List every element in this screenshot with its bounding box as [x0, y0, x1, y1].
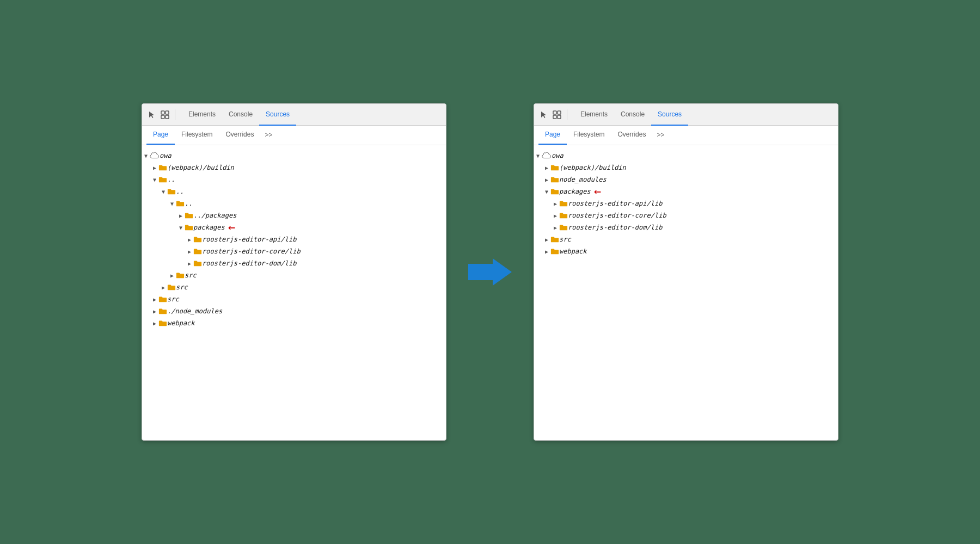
tree-item-core-left[interactable]: roosterjs-editor-core/lib: [142, 245, 446, 257]
arrow-node-modules-right: [543, 176, 550, 183]
arrow-dom-left: [186, 259, 193, 267]
label-webpack-buildin-left: (webpack)/buildin: [167, 164, 234, 171]
label-api-left: roosterjs-editor-api/lib: [202, 236, 296, 243]
label-owa-right: owa: [552, 152, 564, 159]
label-src3-left: src: [185, 271, 197, 279]
tree-item-packages-right[interactable]: packages ←: [534, 186, 838, 197]
right-panel-tabs: Page Filesystem Overrides >>: [534, 126, 838, 145]
tree-item-webpack-right[interactable]: webpack: [534, 245, 838, 257]
label-packages-right: packages: [559, 188, 591, 195]
label-dotdot-packages-left: ../packages: [193, 212, 236, 219]
right-toolbar-tabs: Elements Console Sources: [574, 104, 688, 126]
tree-item-src2-left[interactable]: src: [142, 281, 446, 293]
tree-item-webpack-buildin-right[interactable]: (webpack)/buildin: [534, 162, 838, 174]
right-file-tree: owa (webpack)/buildin node_modules: [534, 145, 838, 262]
tab-console-left[interactable]: Console: [222, 104, 259, 126]
main-container: Elements Console Sources Page Filesystem…: [142, 103, 838, 441]
tab-elements-left[interactable]: Elements: [182, 104, 222, 126]
panel-tab-overrides-right[interactable]: Overrides: [611, 125, 652, 145]
cursor-icon-right[interactable]: [538, 109, 549, 120]
svg-marker-4: [468, 258, 512, 286]
tree-item-owa-left[interactable]: owa: [142, 150, 446, 162]
left-file-tree: owa (webpack)/buildin ..: [142, 145, 446, 333]
arrow-dotdot3-left: [168, 200, 176, 207]
svg-rect-8: [558, 115, 561, 119]
folder-icon-dom-left: [193, 259, 202, 267]
folder-icon-core-right: [559, 212, 568, 219]
arrow-api-right: [552, 200, 559, 207]
tab-sources-right[interactable]: Sources: [651, 104, 688, 126]
label-dom-right: roosterjs-editor-dom/lib: [568, 224, 662, 231]
arrow-packages-left: [177, 224, 185, 231]
tree-item-dotdot1-left[interactable]: ..: [142, 174, 446, 186]
cursor-icon[interactable]: [146, 109, 157, 120]
blue-arrow-container: [468, 256, 512, 288]
tree-item-dom-right[interactable]: roosterjs-editor-dom/lib: [534, 221, 838, 233]
tree-item-src3-left[interactable]: src: [142, 269, 446, 281]
toolbar-separator: [175, 109, 175, 120]
tree-item-core-right[interactable]: roosterjs-editor-core/lib: [534, 209, 838, 221]
tree-item-src-right[interactable]: src: [534, 233, 838, 245]
folder-icon-dom-right: [559, 224, 568, 231]
tree-item-api-left[interactable]: roosterjs-editor-api/lib: [142, 233, 446, 245]
folder-icon-core-left: [193, 248, 202, 255]
tab-elements-right[interactable]: Elements: [574, 104, 614, 126]
panel-tab-more-right[interactable]: >>: [652, 125, 669, 145]
tree-item-node-modules-left[interactable]: ./node_modules: [142, 305, 446, 317]
panel-tab-more-left[interactable]: >>: [260, 125, 277, 145]
panel-tab-overrides-left[interactable]: Overrides: [219, 125, 260, 145]
folder-icon-src3-left: [176, 271, 185, 279]
folder-icon-webpack-buildin-left: [158, 164, 167, 171]
panel-tab-page-right[interactable]: Page: [538, 125, 567, 145]
label-src1-left: src: [167, 295, 179, 303]
label-dom-left: roosterjs-editor-dom/lib: [202, 259, 296, 267]
tree-item-dom-left[interactable]: roosterjs-editor-dom/lib: [142, 257, 446, 269]
folder-icon-dotdot-packages-left: [185, 212, 193, 219]
arrow-webpack-right: [543, 248, 550, 255]
arrow-src1-left: [151, 295, 158, 303]
label-webpack-right: webpack: [559, 248, 587, 255]
folder-icon-packages-left: [185, 224, 193, 231]
arrow-packages-right: [543, 188, 550, 195]
tab-console-right[interactable]: Console: [614, 104, 651, 126]
arrow-src-right: [543, 236, 550, 243]
tree-item-owa-right[interactable]: owa: [534, 150, 838, 162]
folder-icon-src2-left: [167, 283, 176, 291]
label-src2-left: src: [176, 283, 188, 291]
blue-right-arrow: [468, 256, 512, 288]
panel-tab-filesystem-right[interactable]: Filesystem: [567, 125, 611, 145]
toolbar-separator-right: [567, 109, 567, 120]
label-api-right: roosterjs-editor-api/lib: [568, 200, 662, 207]
tree-item-dotdot2-left[interactable]: ..: [142, 186, 446, 197]
tree-item-dotdot-packages-left[interactable]: ../packages: [142, 209, 446, 221]
label-src-right: src: [559, 236, 571, 243]
red-arrow-packages-right: ←: [594, 186, 601, 197]
arrow-src2-left: [160, 283, 167, 291]
right-devtools-panel: Elements Console Sources Page Filesystem…: [534, 103, 838, 441]
arrow-dotdot2-left: [160, 188, 167, 195]
left-toolbar-tabs: Elements Console Sources: [182, 104, 296, 126]
tree-item-src1-left[interactable]: src: [142, 293, 446, 305]
tree-item-packages-left[interactable]: packages ←: [142, 221, 446, 233]
folder-icon-dotdot3-left: [176, 200, 185, 207]
label-dotdot1-left: ..: [167, 176, 175, 183]
folder-icon-dotdot1-left: [158, 176, 167, 183]
inspect-icon-right[interactable]: [552, 109, 562, 120]
tree-item-dotdot3-left[interactable]: ..: [142, 197, 446, 209]
tree-item-node-modules-right[interactable]: node_modules: [534, 174, 838, 186]
label-node-modules-left: ./node_modules: [167, 307, 222, 315]
inspect-icon[interactable]: [160, 109, 170, 120]
folder-icon-api-left: [193, 236, 202, 243]
panel-tab-filesystem-left[interactable]: Filesystem: [175, 125, 219, 145]
folder-icon-src-right: [550, 236, 559, 243]
tab-sources-left[interactable]: Sources: [259, 104, 296, 126]
tree-item-api-right[interactable]: roosterjs-editor-api/lib: [534, 197, 838, 209]
tree-item-webpack-buildin-left[interactable]: (webpack)/buildin: [142, 162, 446, 174]
svg-rect-2: [161, 115, 164, 119]
folder-icon-webpack-right: [550, 248, 559, 255]
tree-item-webpack-left[interactable]: webpack: [142, 317, 446, 329]
label-webpack-left: webpack: [167, 319, 195, 327]
folder-icon-dotdot2-left: [167, 188, 176, 195]
label-core-left: roosterjs-editor-core/lib: [202, 248, 301, 255]
panel-tab-page-left[interactable]: Page: [146, 125, 175, 145]
